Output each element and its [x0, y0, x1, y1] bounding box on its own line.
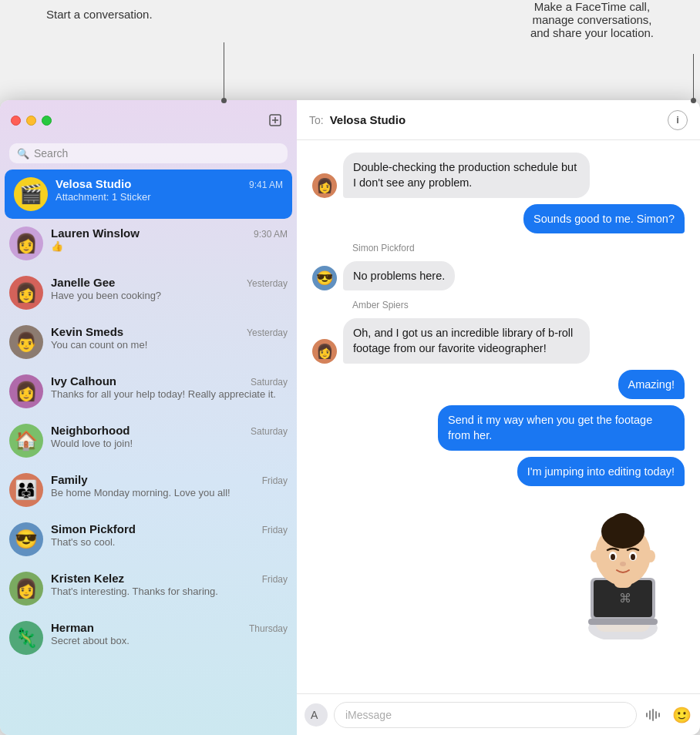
conversation-item-janelle[interactable]: 👩Janelle GeeYesterdayHave you been cooki…	[0, 268, 297, 317]
svg-rect-24	[655, 711, 657, 719]
conversation-item-family[interactable]: 👨‍👩‍👧FamilyFridayBe home Monday morning.…	[0, 465, 297, 515]
svg-text:⌘: ⌘	[619, 592, 631, 605]
conv-content: Janelle GeeYesterdayHave you been cookin…	[51, 276, 288, 301]
sender-label: Amber Spiers	[352, 300, 409, 310]
info-button[interactable]: i	[668, 110, 688, 130]
conv-time: Saturday	[251, 377, 288, 388]
avatar: 👩	[9, 227, 43, 260]
message-bubble: Oh, and I got us an incredible library o…	[343, 318, 590, 364]
search-input[interactable]: Search	[34, 147, 280, 159]
conversation-list: 🎬Velosa Studio9:41 AMAttachment: 1 Stick…	[0, 169, 297, 735]
conversation-item-herman[interactable]: 🦎HermanThursdaySecret about box.	[0, 613, 297, 663]
conversation-item-ivy[interactable]: 👩Ivy CalhounSaturdayThanks for all your …	[0, 367, 297, 416]
conv-preview: Would love to join!	[51, 438, 288, 449]
emoji-button[interactable]: 🙂	[671, 704, 692, 726]
avatar: 👩	[9, 572, 43, 606]
conv-name: Kristen Kelez	[51, 572, 124, 585]
svg-rect-25	[658, 713, 660, 717]
memoji-container: ⌘	[561, 501, 685, 639]
svg-point-13	[591, 550, 600, 562]
conv-content: NeighborhoodSaturdayWould love to join!	[51, 424, 288, 449]
svg-text:A: A	[311, 709, 318, 721]
conv-preview: Be home Monday morning. Love you all!	[51, 487, 288, 498]
minimize-button[interactable]	[26, 116, 36, 126]
conv-name: Lauren Winslow	[51, 227, 140, 240]
conv-time: 9:41 AM	[249, 180, 283, 190]
conv-content: HermanThursdaySecret about box.	[51, 621, 288, 646]
conv-time: Friday	[262, 525, 288, 535]
conversation-item-kevin[interactable]: 👨Kevin SmedsYesterdayYou can count on me…	[0, 317, 297, 367]
svg-point-18	[631, 554, 635, 560]
message-bubble: Sounds good to me. Simon?	[523, 204, 685, 233]
chat-header: To: Velosa Studio i	[297, 100, 700, 140]
app-store-button[interactable]: A	[305, 703, 328, 727]
svg-point-17	[611, 554, 615, 560]
avatar: 👨‍👩‍👧	[9, 473, 43, 507]
conv-time: Saturday	[251, 426, 288, 437]
conversation-item-velosa[interactable]: 🎬Velosa Studio9:41 AMAttachment: 1 Stick…	[5, 169, 292, 219]
message-row: 👩Oh, and I got us an incredible library …	[312, 318, 685, 364]
svg-rect-8	[588, 619, 658, 625]
search-icon: 🔍	[17, 148, 29, 159]
message-input[interactable]: iMessage	[334, 702, 637, 728]
conv-time: Thursday	[249, 623, 288, 634]
message-row: Amazing!	[312, 370, 685, 399]
conv-preview: 👍	[51, 240, 288, 252]
conversation-item-lauren[interactable]: 👩Lauren Winslow9:30 AM👍	[0, 219, 297, 268]
sender-label: Simon Pickford	[352, 243, 415, 253]
fullscreen-button[interactable]	[42, 116, 52, 126]
search-bar[interactable]: 🔍 Search	[9, 143, 288, 163]
conversation-item-neighborhood[interactable]: 🏠NeighborhoodSaturdayWould love to join!	[0, 416, 297, 465]
conv-preview: Attachment: 1 Sticker	[56, 191, 283, 203]
avatar: 🏠	[9, 424, 43, 458]
callout-line-right	[693, 54, 694, 100]
message-bubble: Send it my way when you get the footage …	[438, 405, 685, 451]
message-row: Send it my way when you get the footage …	[312, 405, 685, 451]
message-bubble: I'm jumping into editing today!	[517, 457, 685, 486]
conv-content: Simon PickfordFridayThat's so cool.	[51, 522, 288, 548]
avatar: 👨	[9, 325, 43, 359]
svg-rect-21	[646, 713, 648, 717]
message-bubble: Amazing!	[618, 370, 685, 399]
conversation-item-simon[interactable]: 😎Simon PickfordFridayThat's so cool.	[0, 515, 297, 564]
callout-right-text: Make a FaceTime call,manage conversation…	[530, 0, 654, 39]
conv-time: 9:30 AM	[254, 229, 288, 240]
callout-line-left	[224, 42, 224, 100]
svg-point-19	[620, 562, 626, 566]
conv-time: Friday	[262, 475, 288, 486]
conv-name: Simon Pickford	[51, 522, 136, 535]
compose-button[interactable]	[264, 109, 286, 131]
conv-name: Janelle Gee	[51, 276, 115, 289]
conv-preview: That's interesting. Thanks for sharing.	[51, 586, 288, 597]
conv-content: FamilyFridayBe home Monday morning. Love…	[51, 473, 288, 498]
conv-content: Ivy CalhounSaturdayThanks for all your h…	[51, 374, 288, 400]
traffic-lights	[11, 116, 52, 126]
sidebar: 🔍 Search 🎬Velosa Studio9:41 AMAttachment…	[0, 100, 297, 735]
conv-name: Neighborhood	[51, 424, 130, 437]
conv-content: Lauren Winslow9:30 AM👍	[51, 227, 288, 252]
conv-time: Yesterday	[247, 278, 288, 289]
avatar: 😎	[9, 522, 43, 556]
message-bubble: Double-checking the production schedule …	[343, 153, 590, 198]
callout-left-text: Start a conversation.	[46, 8, 153, 21]
avatar: 🦎	[9, 621, 43, 655]
close-button[interactable]	[11, 116, 21, 126]
callout-area: Start a conversation. Make a FaceTime ca…	[0, 0, 700, 100]
avatar: 👩	[9, 374, 43, 408]
chat-area: To: Velosa Studio i 👩Double-checking the…	[297, 100, 700, 735]
message-avatar: 😎	[312, 266, 337, 290]
svg-rect-22	[649, 710, 651, 720]
conv-content: Velosa Studio9:41 AMAttachment: 1 Sticke…	[56, 177, 283, 203]
messages-area: 👩Double-checking the production schedule…	[297, 140, 700, 693]
waveform-button[interactable]	[643, 704, 665, 726]
message-row: 😎No problems here.	[312, 261, 685, 290]
conv-preview: That's so cool.	[51, 536, 288, 548]
chat-input-area: A iMessage 🙂	[297, 693, 700, 735]
sidebar-titlebar	[0, 100, 297, 140]
conv-name: Ivy Calhoun	[51, 374, 116, 388]
memoji-figure: ⌘	[569, 508, 677, 639]
message-row: 👩Double-checking the production schedule…	[312, 153, 685, 198]
avatar: 🎬	[14, 177, 48, 211]
conversation-item-kristen[interactable]: 👩Kristen KelezFridayThat's interesting. …	[0, 564, 297, 613]
conv-time: Friday	[262, 574, 288, 585]
